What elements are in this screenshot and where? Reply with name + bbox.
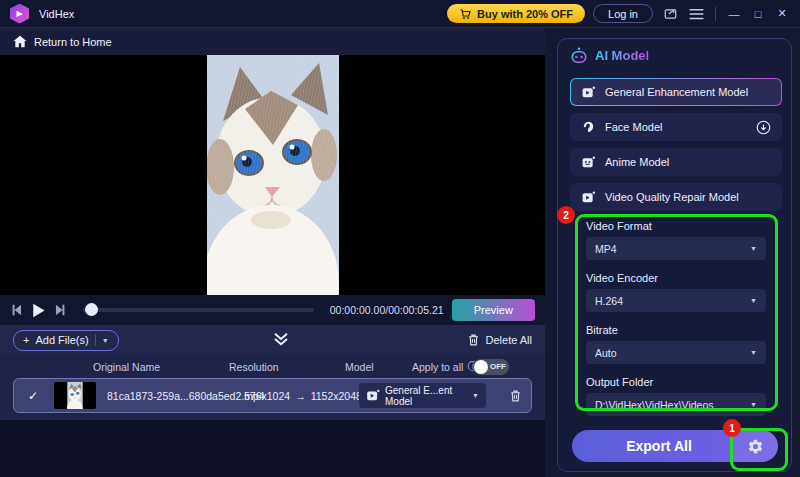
- download-icon[interactable]: [756, 120, 771, 135]
- check-icon[interactable]: ✓: [28, 389, 38, 403]
- time-display: 00:00:00.00/00:00:05.21: [330, 304, 444, 316]
- arrow-icon: →: [295, 390, 306, 402]
- skip-back-icon[interactable]: [10, 304, 23, 316]
- video-model-icon: [366, 389, 380, 402]
- feedback-icon[interactable]: [661, 5, 679, 23]
- output-settings: Video Format MP4 ▼ Video Encoder H.264 ▼…: [586, 220, 766, 428]
- bitrate-select[interactable]: Auto ▼: [586, 341, 766, 364]
- seek-slider[interactable]: [83, 308, 314, 312]
- video-model-icon: [581, 86, 596, 99]
- maximize-button[interactable]: □: [750, 5, 766, 23]
- add-files-divider: [95, 334, 96, 346]
- skip-forward-icon[interactable]: [54, 304, 67, 316]
- model-item-label: General Enhancement Model: [605, 86, 771, 98]
- table-row[interactable]: ✓ 81ca1873-259a...680da5ed2.mp4 576x1024: [13, 378, 532, 413]
- export-all-button[interactable]: Export All: [572, 430, 778, 462]
- export-all-label: Export All: [572, 438, 732, 454]
- return-home-bar[interactable]: Return to Home: [0, 28, 545, 55]
- header-apply-to-all: Apply to all ⓘ: [412, 359, 478, 374]
- robot-icon: [570, 47, 588, 64]
- seek-slider-thumb[interactable]: [85, 303, 98, 316]
- annotation-badge-step2: 2: [557, 206, 575, 224]
- header-resolution: Resolution: [229, 361, 279, 373]
- setting-bitrate: Bitrate Auto ▼: [586, 324, 766, 364]
- model-item-label: Face Model: [605, 121, 747, 133]
- ai-model-title: AI Model: [595, 48, 649, 63]
- chevron-down-icon: ▼: [750, 245, 757, 252]
- file-resolution: 576x1024 → 1152x2048: [244, 390, 362, 402]
- buy-button[interactable]: Buy with 20% OFF: [447, 4, 585, 23]
- chevron-down-icon: ▼: [750, 349, 757, 356]
- setting-value: D:\VidHex\VidHex\Videos: [595, 399, 750, 411]
- menu-icon[interactable]: [687, 5, 705, 23]
- file-toolbar: + Add File(s) ▼ Delete All: [0, 325, 545, 355]
- app-window: ▶ VidHex Buy with 20% OFF Log in — □ ✕ R…: [0, 0, 800, 477]
- setting-label: Bitrate: [586, 324, 766, 336]
- chevron-down-icon: ▼: [472, 392, 479, 399]
- model-item-label: Video Quality Repair Model: [605, 191, 771, 203]
- toggle-state-label: OFF: [490, 362, 506, 371]
- plus-icon: +: [23, 334, 29, 346]
- row-model-label: General E...ent Model: [385, 385, 467, 407]
- titlebar-divider: [715, 7, 716, 21]
- model-item-anime[interactable]: Anime Model: [570, 148, 782, 176]
- face-model-icon: [581, 120, 596, 134]
- trash-icon: [509, 389, 522, 403]
- preview-button-label: Preview: [474, 304, 513, 316]
- app-title: VidHex: [39, 8, 74, 20]
- login-button[interactable]: Log in: [593, 4, 653, 23]
- file-name: 81ca1873-259a...680da5ed2.mp4: [107, 390, 265, 402]
- setting-value: H.264: [595, 295, 750, 307]
- vidhex-logo-icon: ▶: [10, 4, 29, 24]
- close-button[interactable]: ✕: [774, 5, 790, 23]
- apply-to-all-toggle[interactable]: OFF: [473, 359, 509, 375]
- chevron-down-icon: ▼: [750, 401, 757, 408]
- chevron-down-icon: ▼: [750, 297, 757, 304]
- video-format-select[interactable]: MP4 ▼: [586, 237, 766, 260]
- video-frame: [207, 55, 339, 295]
- apply-to-all-label: Apply to all: [412, 361, 463, 373]
- preview-button[interactable]: Preview: [452, 299, 535, 321]
- model-item-label: Anime Model: [605, 156, 771, 168]
- resolution-to: 1152x2048: [311, 390, 362, 402]
- setting-label: Video Encoder: [586, 272, 766, 284]
- play-icon[interactable]: [31, 303, 46, 318]
- home-icon: [13, 35, 27, 48]
- setting-output-folder: Output Folder D:\VidHex\VidHex\Videos ▼: [586, 376, 766, 416]
- add-files-button[interactable]: + Add File(s) ▼: [13, 330, 119, 351]
- model-item-video-quality-repair[interactable]: Video Quality Repair Model: [570, 183, 782, 211]
- thumbnail-cat-image: [67, 382, 83, 409]
- add-files-label: Add File(s): [35, 334, 88, 346]
- return-home-label: Return to Home: [34, 36, 112, 48]
- playback-controls: 00:00:00.00/00:00:05.21 Preview: [0, 295, 545, 325]
- trash-icon: [467, 333, 480, 347]
- row-delete-button[interactable]: [509, 389, 522, 403]
- setting-video-encoder: Video Encoder H.264 ▼: [586, 272, 766, 312]
- video-encoder-select[interactable]: H.264 ▼: [586, 289, 766, 312]
- buy-button-label: Buy with 20% OFF: [477, 8, 573, 20]
- setting-video-format: Video Format MP4 ▼: [586, 220, 766, 260]
- anime-model-icon: [581, 156, 596, 169]
- setting-label: Output Folder: [586, 376, 766, 388]
- table-header: Original Name Resolution Model Apply to …: [0, 355, 545, 378]
- chevron-down-icon: ▼: [102, 337, 109, 344]
- cart-icon: [459, 8, 472, 20]
- delete-all-button[interactable]: Delete All: [467, 333, 532, 347]
- title-bar: ▶ VidHex Buy with 20% OFF Log in — □ ✕: [0, 0, 800, 28]
- setting-value: MP4: [595, 243, 750, 255]
- video-scanline-overlay: [207, 55, 339, 295]
- model-item-general-enhancement[interactable]: General Enhancement Model: [570, 78, 782, 106]
- header-model: Model: [345, 361, 374, 373]
- video-preview-area: [0, 55, 545, 295]
- output-folder-select[interactable]: D:\VidHex\VidHex\Videos ▼: [586, 393, 766, 416]
- setting-label: Video Format: [586, 220, 766, 232]
- gear-icon: [747, 438, 764, 455]
- export-settings-button[interactable]: [732, 430, 778, 462]
- resolution-from: 576x1024: [244, 390, 290, 402]
- minimize-button[interactable]: —: [726, 5, 742, 23]
- right-sidebar: AI Model General Enhancement Model Face …: [545, 28, 800, 477]
- row-model-select[interactable]: General E...ent Model ▼: [359, 383, 486, 408]
- model-item-face[interactable]: Face Model: [570, 113, 782, 141]
- collapse-list-button[interactable]: [272, 331, 290, 347]
- setting-value: Auto: [595, 347, 750, 359]
